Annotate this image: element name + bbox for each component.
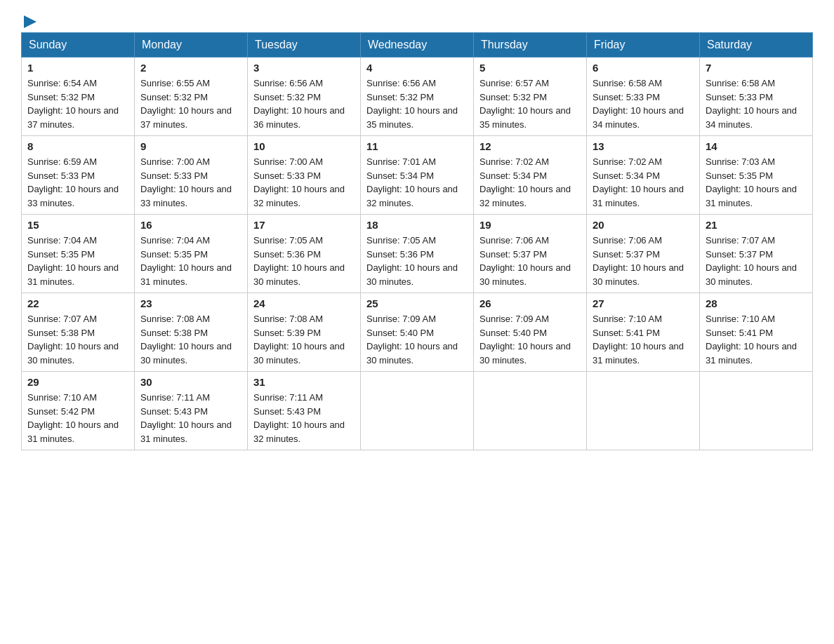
day-info: Sunrise: 6:58 AM Sunset: 5:33 PM Dayligh… (593, 76, 694, 131)
weekday-header-wednesday: Wednesday (361, 33, 474, 58)
day-info: Sunrise: 7:00 AM Sunset: 5:33 PM Dayligh… (140, 155, 241, 210)
calendar-cell: 8 Sunrise: 6:59 AM Sunset: 5:33 PM Dayli… (22, 136, 135, 215)
day-info: Sunrise: 7:05 AM Sunset: 5:36 PM Dayligh… (366, 234, 468, 288)
day-info: Sunrise: 7:04 AM Sunset: 5:35 PM Dayligh… (140, 234, 241, 288)
calendar-cell (700, 372, 813, 450)
weekday-header-friday: Friday (587, 33, 700, 58)
day-info: Sunrise: 6:54 AM Sunset: 5:32 PM Dayligh… (27, 76, 128, 131)
day-number: 3 (253, 62, 355, 74)
day-info: Sunrise: 7:03 AM Sunset: 5:35 PM Dayligh… (706, 155, 807, 210)
day-number: 18 (366, 219, 468, 231)
day-info: Sunrise: 6:55 AM Sunset: 5:32 PM Dayligh… (140, 76, 241, 131)
calendar-cell: 28 Sunrise: 7:10 AM Sunset: 5:41 PM Dayl… (700, 293, 813, 372)
day-number: 31 (253, 376, 355, 388)
calendar-cell: 21 Sunrise: 7:07 AM Sunset: 5:37 PM Dayl… (700, 215, 813, 293)
calendar-cell: 4 Sunrise: 6:56 AM Sunset: 5:32 PM Dayli… (361, 58, 474, 136)
day-info: Sunrise: 6:56 AM Sunset: 5:32 PM Dayligh… (366, 76, 468, 131)
logo (21, 14, 38, 25)
calendar-cell: 3 Sunrise: 6:56 AM Sunset: 5:32 PM Dayli… (248, 58, 361, 136)
day-info: Sunrise: 7:02 AM Sunset: 5:34 PM Dayligh… (479, 155, 581, 210)
day-info: Sunrise: 7:09 AM Sunset: 5:40 PM Dayligh… (479, 312, 581, 367)
calendar-cell (361, 372, 474, 450)
calendar-cell: 7 Sunrise: 6:58 AM Sunset: 5:33 PM Dayli… (700, 58, 813, 136)
calendar-cell: 30 Sunrise: 7:11 AM Sunset: 5:43 PM Dayl… (135, 372, 248, 450)
day-number: 11 (366, 140, 468, 152)
day-info: Sunrise: 7:10 AM Sunset: 5:41 PM Dayligh… (706, 312, 807, 367)
day-info: Sunrise: 7:07 AM Sunset: 5:37 PM Dayligh… (706, 234, 807, 288)
calendar-cell: 18 Sunrise: 7:05 AM Sunset: 5:36 PM Dayl… (361, 215, 474, 293)
calendar-cell: 29 Sunrise: 7:10 AM Sunset: 5:42 PM Dayl… (22, 372, 135, 450)
day-number: 30 (140, 376, 241, 388)
day-info: Sunrise: 7:08 AM Sunset: 5:38 PM Dayligh… (140, 312, 241, 367)
day-info: Sunrise: 7:00 AM Sunset: 5:33 PM Dayligh… (253, 155, 355, 210)
day-number: 8 (27, 140, 128, 152)
calendar-cell: 9 Sunrise: 7:00 AM Sunset: 5:33 PM Dayli… (135, 136, 248, 215)
calendar-cell: 22 Sunrise: 7:07 AM Sunset: 5:38 PM Dayl… (22, 293, 135, 372)
day-info: Sunrise: 6:59 AM Sunset: 5:33 PM Dayligh… (27, 155, 128, 210)
weekday-header-monday: Monday (135, 33, 248, 58)
weekday-header-row: SundayMondayTuesdayWednesdayThursdayFrid… (22, 33, 813, 58)
day-info: Sunrise: 7:07 AM Sunset: 5:38 PM Dayligh… (27, 312, 128, 367)
calendar-cell: 1 Sunrise: 6:54 AM Sunset: 5:32 PM Dayli… (22, 58, 135, 136)
day-number: 15 (27, 219, 128, 231)
calendar-cell: 26 Sunrise: 7:09 AM Sunset: 5:40 PM Dayl… (474, 293, 587, 372)
calendar-cell: 16 Sunrise: 7:04 AM Sunset: 5:35 PM Dayl… (135, 215, 248, 293)
day-info: Sunrise: 6:56 AM Sunset: 5:32 PM Dayligh… (253, 76, 355, 131)
calendar-cell: 25 Sunrise: 7:09 AM Sunset: 5:40 PM Dayl… (361, 293, 474, 372)
day-info: Sunrise: 6:58 AM Sunset: 5:33 PM Dayligh… (706, 76, 807, 131)
day-number: 7 (706, 62, 807, 74)
day-number: 16 (140, 219, 241, 231)
page-header (21, 14, 813, 25)
day-number: 26 (479, 297, 581, 309)
calendar-cell: 10 Sunrise: 7:00 AM Sunset: 5:33 PM Dayl… (248, 136, 361, 215)
calendar-cell: 6 Sunrise: 6:58 AM Sunset: 5:33 PM Dayli… (587, 58, 700, 136)
calendar-cell (587, 372, 700, 450)
day-number: 12 (479, 140, 581, 152)
day-number: 21 (706, 219, 807, 231)
day-number: 22 (27, 297, 128, 309)
day-number: 20 (593, 219, 694, 231)
week-row-4: 22 Sunrise: 7:07 AM Sunset: 5:38 PM Dayl… (22, 293, 813, 372)
calendar-cell: 11 Sunrise: 7:01 AM Sunset: 5:34 PM Dayl… (361, 136, 474, 215)
day-info: Sunrise: 7:10 AM Sunset: 5:41 PM Dayligh… (593, 312, 694, 367)
week-row-3: 15 Sunrise: 7:04 AM Sunset: 5:35 PM Dayl… (22, 215, 813, 293)
day-number: 25 (366, 297, 468, 309)
svg-marker-0 (24, 15, 37, 28)
day-info: Sunrise: 7:11 AM Sunset: 5:43 PM Dayligh… (253, 391, 355, 445)
day-number: 14 (706, 140, 807, 152)
calendar-cell: 13 Sunrise: 7:02 AM Sunset: 5:34 PM Dayl… (587, 136, 700, 215)
weekday-header-saturday: Saturday (700, 33, 813, 58)
calendar-cell (474, 372, 587, 450)
calendar-cell: 27 Sunrise: 7:10 AM Sunset: 5:41 PM Dayl… (587, 293, 700, 372)
calendar-cell: 2 Sunrise: 6:55 AM Sunset: 5:32 PM Dayli… (135, 58, 248, 136)
day-info: Sunrise: 7:02 AM Sunset: 5:34 PM Dayligh… (593, 155, 694, 210)
calendar-table: SundayMondayTuesdayWednesdayThursdayFrid… (21, 32, 813, 450)
logo-arrow-icon (22, 14, 38, 29)
day-number: 24 (253, 297, 355, 309)
day-info: Sunrise: 6:57 AM Sunset: 5:32 PM Dayligh… (479, 76, 581, 131)
calendar-cell: 20 Sunrise: 7:06 AM Sunset: 5:37 PM Dayl… (587, 215, 700, 293)
day-info: Sunrise: 7:10 AM Sunset: 5:42 PM Dayligh… (27, 391, 128, 445)
day-info: Sunrise: 7:06 AM Sunset: 5:37 PM Dayligh… (593, 234, 694, 288)
weekday-header-tuesday: Tuesday (248, 33, 361, 58)
calendar-cell: 12 Sunrise: 7:02 AM Sunset: 5:34 PM Dayl… (474, 136, 587, 215)
calendar-cell: 14 Sunrise: 7:03 AM Sunset: 5:35 PM Dayl… (700, 136, 813, 215)
day-number: 1 (27, 62, 128, 74)
day-info: Sunrise: 7:06 AM Sunset: 5:37 PM Dayligh… (479, 234, 581, 288)
day-number: 28 (706, 297, 807, 309)
calendar-cell: 23 Sunrise: 7:08 AM Sunset: 5:38 PM Dayl… (135, 293, 248, 372)
day-number: 13 (593, 140, 694, 152)
day-number: 5 (479, 62, 581, 74)
day-number: 4 (366, 62, 468, 74)
calendar-cell: 15 Sunrise: 7:04 AM Sunset: 5:35 PM Dayl… (22, 215, 135, 293)
week-row-5: 29 Sunrise: 7:10 AM Sunset: 5:42 PM Dayl… (22, 372, 813, 450)
week-row-1: 1 Sunrise: 6:54 AM Sunset: 5:32 PM Dayli… (22, 58, 813, 136)
day-number: 17 (253, 219, 355, 231)
day-number: 27 (593, 297, 694, 309)
day-number: 9 (140, 140, 241, 152)
day-number: 6 (593, 62, 694, 74)
day-info: Sunrise: 7:08 AM Sunset: 5:39 PM Dayligh… (253, 312, 355, 367)
calendar-cell: 5 Sunrise: 6:57 AM Sunset: 5:32 PM Dayli… (474, 58, 587, 136)
calendar-cell: 31 Sunrise: 7:11 AM Sunset: 5:43 PM Dayl… (248, 372, 361, 450)
day-number: 2 (140, 62, 241, 74)
